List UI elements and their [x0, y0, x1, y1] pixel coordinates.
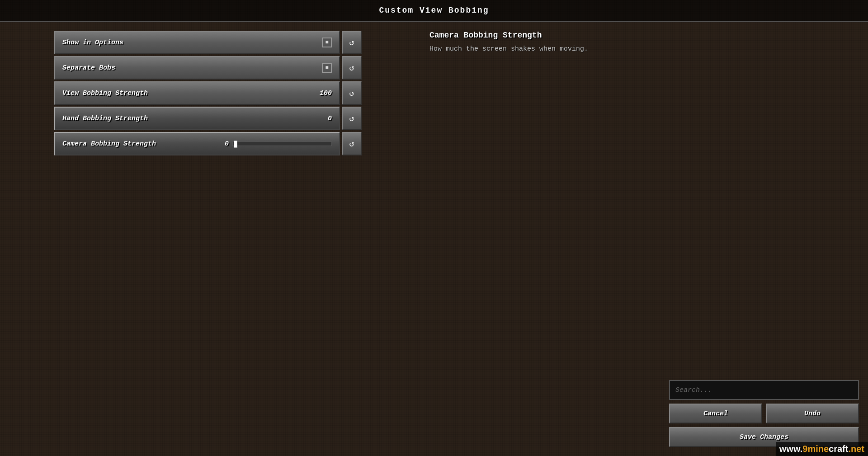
camera-bobbing-button[interactable]: Camera Bobbing Strength 0 [54, 132, 340, 155]
hand-bobbing-reset[interactable]: ↺ [342, 107, 362, 130]
show-in-options-button[interactable]: Show in Options [54, 31, 340, 54]
show-in-options-label: Show in Options [62, 39, 123, 47]
hand-bobbing-label: Hand Bobbing Strength [62, 115, 148, 122]
reset-icon: ↺ [349, 38, 354, 47]
reset-icon-5: ↺ [349, 139, 354, 149]
separate-bobs-checkbox[interactable] [322, 63, 332, 73]
watermark-net: .net [848, 444, 864, 454]
reset-icon-4: ↺ [349, 113, 354, 123]
setting-row-hand-bobbing: Hand Bobbing Strength 0 ↺ [54, 107, 362, 130]
view-bobbing-label: View Bobbing Strength [62, 89, 148, 97]
view-bobbing-reset[interactable]: ↺ [342, 81, 362, 105]
search-input[interactable] [669, 380, 859, 400]
view-bobbing-value: 100 [320, 89, 332, 97]
hand-bobbing-button[interactable]: Hand Bobbing Strength 0 [54, 107, 340, 130]
view-bobbing-button[interactable]: View Bobbing Strength 100 [54, 81, 340, 105]
camera-bobbing-slider-track[interactable] [232, 141, 332, 146]
camera-bobbing-reset[interactable]: ↺ [342, 132, 362, 155]
save-button-label: Save Changes [740, 433, 788, 441]
settings-panel: Show in Options ↺ Separate Bobs ↺ [0, 22, 416, 456]
setting-row-camera-bobbing: Camera Bobbing Strength 0 ↺ [54, 132, 362, 155]
show-in-options-checkbox[interactable] [322, 38, 332, 47]
settings-list: Show in Options ↺ Separate Bobs ↺ [54, 31, 362, 155]
watermark: www.9minecraft.net [776, 442, 868, 456]
reset-icon-3: ↺ [349, 88, 354, 98]
main-container: Custom View Bobbing Show in Options ↺ [0, 0, 868, 456]
setting-row-separate-bobs: Separate Bobs ↺ [54, 56, 362, 80]
button-row: Cancel Undo [669, 404, 859, 423]
info-title: Camera Bobbing Strength [429, 31, 854, 40]
show-in-options-reset[interactable]: ↺ [342, 31, 362, 54]
watermark-9mine: 9mine [802, 444, 829, 454]
camera-bobbing-value: 0 [225, 140, 229, 148]
watermark-www: www. [779, 444, 802, 454]
top-bar: Custom View Bobbing [0, 0, 868, 22]
watermark-craft: craft [829, 444, 848, 454]
setting-row-view-bobbing: View Bobbing Strength 100 ↺ [54, 81, 362, 105]
camera-bobbing-slider-container[interactable]: 0 [225, 140, 332, 148]
separate-bobs-label: Separate Bobs [62, 64, 115, 72]
info-description: How much the screen shakes when moving. [429, 44, 854, 55]
reset-icon-2: ↺ [349, 63, 354, 73]
camera-bobbing-slider-thumb[interactable] [234, 141, 237, 148]
separate-bobs-button[interactable]: Separate Bobs [54, 56, 340, 80]
setting-row-show-in-options: Show in Options ↺ [54, 31, 362, 54]
undo-button[interactable]: Undo [766, 404, 859, 423]
page-title: Custom View Bobbing [379, 6, 489, 15]
camera-bobbing-label: Camera Bobbing Strength [62, 140, 156, 148]
cancel-button[interactable]: Cancel [669, 404, 762, 423]
separate-bobs-reset[interactable]: ↺ [342, 56, 362, 80]
hand-bobbing-value: 0 [328, 115, 332, 122]
